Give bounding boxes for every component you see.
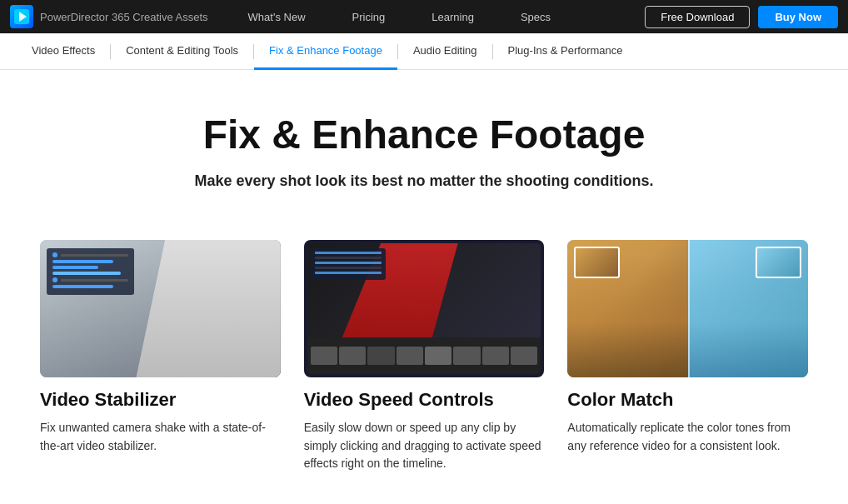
hero-subtitle: Make every shot look its best no matter … [17,172,831,190]
buy-now-button[interactable]: Buy Now [758,6,838,28]
brand-subtitle: Creative Assets [130,11,208,23]
stabilizer-ui-panel [47,248,134,295]
hero-title: Fix & Enhance Footage [17,112,831,157]
speed-screen [307,243,541,374]
card-title-stabilizer: Video Stabilizer [40,389,281,411]
secondary-nav-video-effects[interactable]: Video Effects [17,33,110,70]
card-stabilizer: Video Stabilizer Fix unwanted camera sha… [40,240,281,473]
nav-actions: Free Download Buy Now [645,6,838,28]
panel-bar-3 [52,272,121,275]
panel-dot-2 [52,277,57,282]
panel-dot [52,252,57,257]
top-navigation: PowerDirector 365 Creative Assets What's… [0,0,848,33]
panel-row-1 [52,252,128,257]
secondary-navigation: Video Effects Content & Editing Tools Fi… [0,33,848,70]
nav-links-group: What's New Pricing Learning Specs [225,0,646,33]
speed-panel-line-5 [315,272,382,274]
card-title-speed: Video Speed Controls [304,389,545,411]
brand-name: PowerDirector 365 Creative Assets [40,11,208,23]
timeline-thumb-7 [482,347,509,365]
panel-bar-4 [52,285,113,288]
timeline-thumb-8 [511,347,537,365]
speed-panel-line-4 [315,267,382,269]
card-image-color [567,240,808,377]
timeline-thumb-2 [339,347,366,365]
color-thumb-warm [574,247,620,278]
speed-main-area [307,243,541,337]
panel-line [61,254,128,257]
panel-line-2 [61,279,128,282]
panel-bar-2 [52,266,98,269]
secondary-nav-content-editing[interactable]: Content & Editing Tools [111,33,253,70]
hero-section: Fix & Enhance Footage Make every shot lo… [0,70,848,223]
feature-cards-row: Video Stabilizer Fix unwanted camera sha… [0,223,848,504]
nav-link-learning[interactable]: Learning [408,0,497,33]
speed-timeline [307,337,541,374]
card-desc-color: Automatically replicate the color tones … [567,419,808,455]
card-image-speed [304,240,545,377]
speed-panel-line-3 [315,262,382,264]
app-logo [10,5,33,28]
color-right-half [688,240,808,377]
secondary-nav-audio-editing[interactable]: Audio Editing [398,33,492,70]
card-color: Color Match Automatically replicate the … [567,240,808,473]
secondary-nav-fix-enhance[interactable]: Fix & Enhance Footage [254,33,397,70]
color-thumb-cool [756,247,801,278]
panel-row-2 [52,277,128,282]
timeline-thumb-6 [453,347,480,365]
speed-panel-line-2 [315,257,382,259]
speed-panel-line-1 [315,252,382,254]
brand-logo-group[interactable]: PowerDirector 365 Creative Assets [10,5,208,28]
card-image-stabilizer [40,240,281,377]
card-speed: Video Speed Controls Easily slow down or… [304,240,545,473]
timeline-thumb-4 [397,347,423,365]
nav-link-specs[interactable]: Specs [497,0,574,33]
color-divider [688,240,690,377]
free-download-button[interactable]: Free Download [645,6,750,28]
nav-link-pricing[interactable]: Pricing [329,0,409,33]
timeline-thumb-5 [425,347,451,365]
timeline-thumb-1 [311,347,337,365]
nav-link-whats-new[interactable]: What's New [225,0,329,33]
card-desc-speed: Easily slow down or speed up any clip by… [304,419,545,473]
color-left-half [567,240,687,377]
speed-panel [311,248,386,280]
card-desc-stabilizer: Fix unwanted camera shake with a state-o… [40,419,281,455]
secondary-nav-plugins[interactable]: Plug-Ins & Performance [493,33,638,70]
timeline-thumb-3 [367,347,394,365]
panel-bar-1 [52,260,113,263]
card-title-color: Color Match [567,389,808,411]
brand-name-text: PowerDirector 365 [40,11,130,23]
